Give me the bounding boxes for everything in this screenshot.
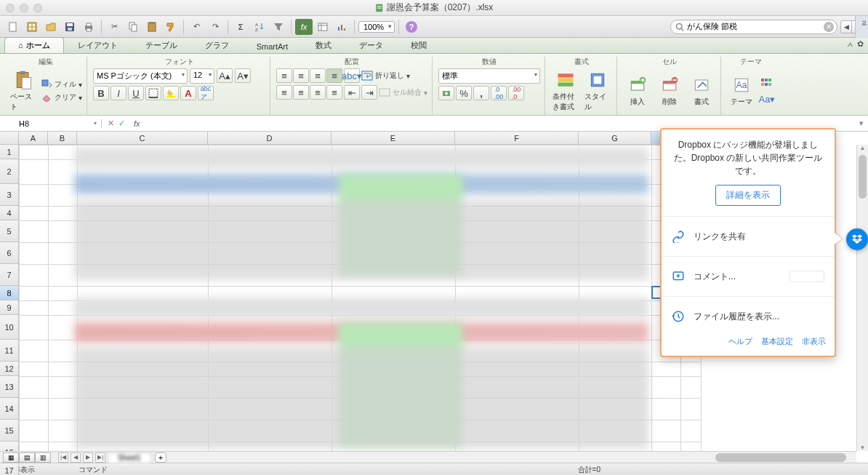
cell[interactable] <box>49 442 78 452</box>
cell[interactable] <box>49 287 78 301</box>
font-color-button[interactable]: A <box>180 86 196 100</box>
format-painter-icon[interactable] <box>162 19 180 35</box>
cell[interactable] <box>20 442 49 452</box>
filter-icon[interactable] <box>270 19 287 35</box>
align-just-icon[interactable]: ≡ <box>326 85 342 100</box>
cell[interactable] <box>20 316 49 340</box>
sheet-first-icon[interactable]: |◀ <box>58 452 68 463</box>
italic-button[interactable]: I <box>110 86 126 100</box>
cell[interactable] <box>20 287 49 301</box>
sheet-last-icon[interactable]: ▶| <box>95 452 105 463</box>
row-header[interactable]: 3 <box>0 184 19 206</box>
align-middle-icon[interactable]: ≡ <box>326 68 342 83</box>
row-header[interactable]: 6 <box>0 242 19 264</box>
ribbon-collapse-icon[interactable]: ㅅ <box>846 39 854 50</box>
cell[interactable] <box>49 362 78 377</box>
dropbox-badge-button[interactable] <box>846 228 868 250</box>
cell[interactable] <box>652 362 681 377</box>
sheet-tab[interactable]: Sheet1 <box>107 452 152 463</box>
row-header[interactable]: 17 <box>0 463 19 475</box>
font-size-combo[interactable]: 12 <box>190 68 214 84</box>
cell[interactable] <box>49 377 78 399</box>
row-header[interactable]: 11 <box>0 340 19 362</box>
column-header[interactable]: C <box>77 132 208 145</box>
orientation-button[interactable]: abc▾ <box>344 68 360 83</box>
save-icon[interactable] <box>61 19 79 35</box>
sort-icon[interactable]: AZ <box>251 19 268 35</box>
cell[interactable] <box>20 145 49 160</box>
row-header[interactable]: 9 <box>0 300 19 315</box>
dec-decimal-button[interactable]: .00.0 <box>508 86 524 100</box>
cell[interactable] <box>49 145 78 160</box>
hscroll-thumb[interactable] <box>715 453 846 462</box>
help-icon[interactable]: ? <box>403 19 420 35</box>
row-header[interactable]: 4 <box>0 206 19 220</box>
normal-view-icon[interactable]: ▦ <box>3 452 19 463</box>
clear-button[interactable]: クリア ▾ <box>41 92 82 103</box>
column-header[interactable]: A <box>19 132 48 145</box>
column-header[interactable]: D <box>208 132 331 145</box>
tab-formula[interactable]: 数式 <box>302 37 345 53</box>
cancel-formula-icon[interactable]: ✕ <box>108 119 114 128</box>
cell[interactable] <box>20 420 49 442</box>
conditional-format-button[interactable]: 条件付き書式 <box>551 68 580 113</box>
clear-search-icon[interactable]: ✕ <box>824 22 834 32</box>
row-header[interactable]: 1 <box>0 145 19 159</box>
cell[interactable] <box>20 160 49 185</box>
new-doc-icon[interactable] <box>4 19 22 35</box>
cell[interactable] <box>49 243 78 265</box>
font-name-combo[interactable]: MS Pゴシック (本文) <box>93 68 188 84</box>
cell[interactable] <box>652 377 681 399</box>
border-button[interactable] <box>145 86 161 100</box>
wrap-text-button[interactable]: 折り返し▾ <box>361 71 410 81</box>
cell[interactable] <box>20 362 49 377</box>
ribbon-settings-icon[interactable]: ✿ <box>857 39 864 50</box>
tab-review[interactable]: 校閲 <box>397 37 441 53</box>
dropbox-history[interactable]: ファイル履歴を表示... <box>670 303 826 330</box>
cell[interactable] <box>20 377 49 399</box>
underline-button[interactable]: U <box>128 86 144 100</box>
vertical-scrollbar[interactable]: ▲ ▼ <box>856 145 868 451</box>
currency-button[interactable] <box>438 86 454 100</box>
align-bl-icon[interactable]: ≡ <box>276 85 292 100</box>
name-box[interactable]: H8 <box>15 119 102 128</box>
cell[interactable] <box>20 243 49 265</box>
sheet-next-icon[interactable]: ▶ <box>83 452 93 463</box>
column-header[interactable]: B <box>48 132 77 145</box>
align-top-center-icon[interactable]: ≡ <box>293 68 309 83</box>
row-header[interactable]: 10 <box>0 315 19 340</box>
cell[interactable] <box>20 340 49 362</box>
cell[interactable] <box>20 301 49 316</box>
cell[interactable] <box>652 442 681 452</box>
cell[interactable] <box>49 301 78 316</box>
tab-data[interactable]: データ <box>345 37 397 53</box>
align-top-left-icon[interactable]: ≡ <box>276 68 292 83</box>
fx-label[interactable]: fx <box>131 119 143 128</box>
align-top-right-icon[interactable]: ≡ <box>310 68 326 83</box>
tab-layout[interactable]: レイアウト <box>64 37 132 53</box>
cut-icon[interactable]: ✂ <box>105 19 123 35</box>
autosum-icon[interactable]: Σ <box>232 19 249 35</box>
template-icon[interactable] <box>23 19 41 35</box>
tab-chart[interactable]: グラフ <box>191 37 243 53</box>
dropbox-comment[interactable]: コメント... <box>670 263 826 290</box>
copy-icon[interactable] <box>124 19 142 35</box>
cell[interactable] <box>49 265 78 287</box>
cell[interactable] <box>681 377 702 399</box>
indent-inc-icon[interactable]: ⇥ <box>361 85 377 100</box>
row-header[interactable]: 12 <box>0 362 19 376</box>
page-layout-view-icon[interactable]: ▤ <box>19 452 35 463</box>
cell[interactable] <box>49 160 78 185</box>
sheet-prev-icon[interactable]: ◀ <box>71 452 81 463</box>
confirm-formula-icon[interactable]: ✓ <box>118 119 125 128</box>
theme-fonts-icon[interactable]: Aa▾ <box>759 92 775 106</box>
row-header[interactable]: 2 <box>0 159 19 184</box>
redo-icon[interactable]: ↷ <box>206 19 224 35</box>
expand-formula-icon[interactable]: ▾ <box>855 119 868 128</box>
styles-button[interactable]: スタイル <box>583 68 612 113</box>
grow-font-icon[interactable]: A▴ <box>217 68 233 83</box>
close-window-icon[interactable] <box>6 4 15 12</box>
row-header[interactable]: 13 <box>0 376 19 398</box>
cell[interactable] <box>681 442 702 452</box>
search-prev-icon[interactable]: ◀ <box>840 20 852 33</box>
